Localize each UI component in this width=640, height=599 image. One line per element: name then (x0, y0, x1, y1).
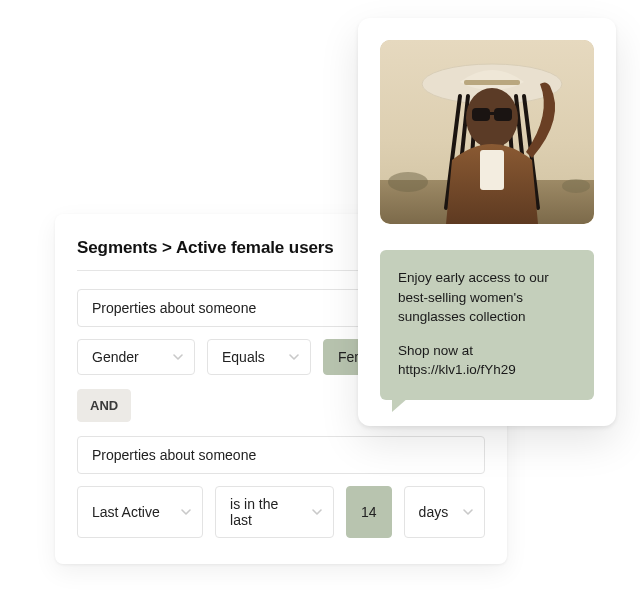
message-line-1: Enjoy early access to our best-selling w… (398, 268, 576, 327)
chevron-down-icon (288, 351, 300, 363)
breadcrumb-root[interactable]: Segments (77, 238, 157, 257)
field-select-gender[interactable]: Gender (77, 339, 195, 375)
unit-select-value: days (419, 504, 449, 520)
svg-rect-17 (472, 108, 490, 121)
condition-row: Last Active is in the last 14 days (77, 486, 485, 538)
conjunction-and[interactable]: AND (77, 389, 131, 422)
field-select-value: Last Active (92, 504, 160, 520)
field-select-lastactive[interactable]: Last Active (77, 486, 203, 538)
message-bubble-wrap: Enjoy early access to our best-selling w… (380, 250, 594, 400)
condition-type-text: Properties about someone (92, 447, 256, 463)
chevron-down-icon (462, 506, 474, 518)
field-select-value: Gender (92, 349, 139, 365)
svg-rect-7 (464, 80, 520, 85)
chevron-down-icon (311, 506, 323, 518)
message-bubble: Enjoy early access to our best-selling w… (380, 250, 594, 400)
svg-rect-19 (488, 112, 496, 115)
svg-rect-20 (480, 150, 504, 190)
conjunction-text: AND (90, 398, 118, 413)
unit-select-days[interactable]: days (404, 486, 485, 538)
message-line-2: Shop now at https://klv1.io/fYh29 (398, 341, 576, 380)
breadcrumb-current: Active female users (176, 238, 334, 257)
operator-select-equals[interactable]: Equals (207, 339, 311, 375)
chevron-down-icon (180, 506, 192, 518)
message-preview-card: Enjoy early access to our best-selling w… (358, 18, 616, 426)
operator-select-value: is in the last (230, 496, 301, 528)
operator-select-value: Equals (222, 349, 265, 365)
chevron-down-icon (172, 351, 184, 363)
value-chip-text: 14 (361, 504, 377, 520)
condition-type-text: Properties about someone (92, 300, 256, 316)
preview-photo (380, 40, 594, 224)
bubble-tail-icon (392, 398, 408, 412)
svg-point-4 (562, 179, 590, 193)
operator-select-isinlast[interactable]: is in the last (215, 486, 334, 538)
value-chip-14[interactable]: 14 (346, 486, 392, 538)
svg-point-3 (388, 172, 428, 192)
condition-type-label[interactable]: Properties about someone (77, 436, 485, 474)
breadcrumb-sep: > (162, 238, 172, 257)
svg-rect-18 (494, 108, 512, 121)
